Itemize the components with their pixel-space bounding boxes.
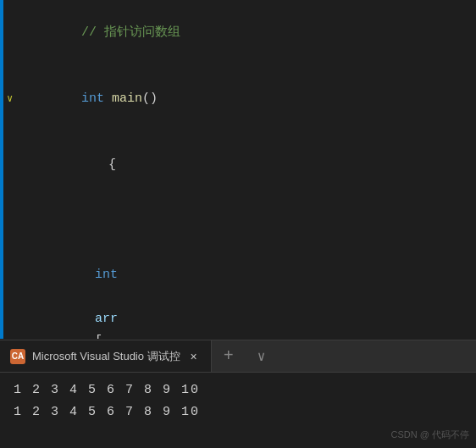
code-content-3: { (34, 132, 476, 198)
code-line-4: int arr [ 10 ] = { 0 } ; (0, 198, 476, 339)
left-accent-bar (0, 0, 3, 339)
code-content-2: int main() (20, 66, 476, 132)
new-tab-button[interactable]: + (212, 340, 246, 372)
debug-tab[interactable]: CА Microsoft Visual Studio 调试控 × (0, 340, 212, 372)
tab-close-button[interactable]: × (187, 348, 201, 365)
tab-bar: CА Microsoft Visual Studio 调试控 × + ∨ (0, 340, 476, 372)
code-line-1: // 指针访问数组 (0, 0, 476, 66)
code-line-3: { (0, 132, 476, 198)
collapse-arrow-2[interactable]: ∨ (7, 88, 20, 110)
code-line-2: ∨ int main() (0, 66, 476, 132)
output-line-2: 1 2 3 4 5 6 7 8 9 10 (14, 401, 462, 423)
tab-dropdown-button[interactable]: ∨ (246, 340, 278, 372)
output-line-1: 1 2 3 4 5 6 7 8 9 10 (14, 379, 462, 401)
tab-icon: CА (10, 349, 25, 364)
tab-label: Microsoft Visual Studio 调试控 (32, 349, 180, 364)
watermark: CSDN @ 代码不停 (391, 429, 469, 441)
code-editor: // 指针访问数组 ∨ int main() { int a (0, 0, 476, 339)
code-content-1: // 指针访问数组 (20, 0, 476, 66)
code-content-4: int arr [ 10 ] = { 0 } ; (34, 198, 476, 339)
